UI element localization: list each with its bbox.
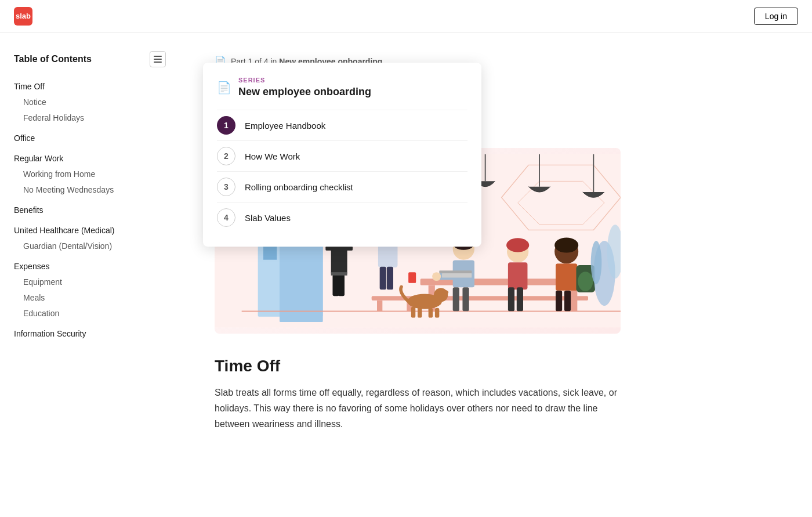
toc-item[interactable]: Regular Work [14, 151, 166, 167]
svg-point-55 [554, 237, 578, 252]
toc-item[interactable]: Office [14, 131, 166, 146]
series-item-label: How We Work [245, 151, 300, 161]
toc-item[interactable]: Notice [14, 95, 166, 110]
series-item-label: Slab Values [245, 213, 291, 223]
time-off-section: Time Off Slab treats all forms time off … [215, 357, 621, 432]
svg-rect-66 [429, 308, 433, 318]
toc-menu-icon[interactable] [150, 51, 166, 67]
svg-point-44 [432, 272, 441, 281]
svg-rect-37 [380, 267, 386, 290]
svg-rect-28 [331, 272, 347, 276]
header: slab Log in [0, 0, 812, 32]
svg-rect-46 [462, 287, 469, 311]
toc-item[interactable]: Meals [14, 290, 166, 306]
series-item-number: 4 [217, 208, 235, 227]
toc-item[interactable]: Working from Home [14, 167, 166, 182]
toc-item[interactable]: Equipment [14, 274, 166, 290]
series-item[interactable]: 2How We Work [217, 140, 467, 171]
svg-rect-24 [325, 246, 334, 250]
toc-title: Table of Contents [14, 54, 92, 64]
toc-item[interactable]: Federal Holidays [14, 110, 166, 126]
series-popup: 📄 SERIES New employee onboarding 1Employ… [203, 63, 481, 247]
svg-rect-56 [556, 263, 577, 291]
toc-item[interactable]: Time Off [14, 79, 166, 95]
series-item[interactable]: 4Slab Values [217, 202, 467, 233]
series-item[interactable]: 1Employee Handbook [217, 110, 467, 140]
svg-rect-57 [556, 291, 562, 311]
series-item-number: 3 [217, 178, 235, 196]
main-content: 📄 Part 1 of 4 in New employee onboarding… [180, 32, 655, 474]
series-item-label: Employee Handbook [245, 121, 325, 131]
svg-rect-67 [435, 308, 439, 318]
series-popup-header: 📄 SERIES New employee onboarding [217, 77, 467, 98]
svg-rect-47 [442, 273, 472, 277]
svg-rect-17 [377, 301, 382, 312]
svg-rect-38 [387, 267, 393, 290]
toc-item[interactable]: Benefits [14, 203, 166, 218]
sidebar: Table of Contents Time OffNoticeFederal … [0, 32, 180, 474]
toc-item[interactable]: Education [14, 306, 166, 321]
toc-item[interactable]: Guardian (Dental/Vision) [14, 238, 166, 254]
series-item-number: 1 [217, 116, 235, 135]
series-popup-label: SERIES [238, 77, 371, 84]
toc-header: Table of Contents [14, 51, 166, 67]
svg-rect-52 [508, 287, 514, 311]
svg-rect-64 [411, 307, 415, 318]
page-layout: Table of Contents Time OffNoticeFederal … [0, 32, 812, 474]
svg-rect-51 [508, 262, 528, 290]
svg-rect-39 [408, 272, 416, 283]
series-popup-icon: 📄 [217, 81, 231, 95]
series-item-label: Rolling onboarding checklist [245, 182, 353, 192]
svg-rect-25 [345, 246, 353, 250]
toc-item[interactable]: No Meeting Wednesdays [14, 182, 166, 198]
svg-rect-53 [517, 287, 523, 311]
series-item[interactable]: 3Rolling onboarding checklist [217, 171, 467, 202]
svg-rect-65 [418, 307, 422, 318]
series-item-number: 2 [217, 147, 235, 165]
svg-rect-45 [453, 287, 459, 311]
svg-point-60 [578, 272, 593, 291]
slab-logo[interactable]: slab [14, 7, 32, 26]
svg-point-62 [434, 288, 448, 302]
toc-item[interactable]: United Healthcare (Medical) [14, 223, 166, 238]
series-popup-title: New employee onboarding [238, 86, 371, 98]
toc-item[interactable]: Expenses [14, 259, 166, 274]
time-off-paragraph: Slab treats all forms time off equally, … [215, 385, 621, 432]
svg-rect-48 [439, 270, 472, 273]
svg-point-50 [506, 238, 529, 252]
svg-rect-27 [338, 274, 345, 296]
series-items-list: 1Employee Handbook2How We Work3Rolling o… [217, 110, 467, 233]
svg-rect-58 [564, 291, 571, 311]
toc-list: Time OffNoticeFederal HolidaysOfficeRegu… [14, 79, 166, 342]
login-button[interactable]: Log in [754, 8, 798, 25]
svg-point-63 [442, 290, 448, 294]
svg-point-76 [591, 241, 602, 284]
time-off-heading: Time Off [215, 357, 621, 375]
toc-item[interactable]: Information Security [14, 326, 166, 342]
